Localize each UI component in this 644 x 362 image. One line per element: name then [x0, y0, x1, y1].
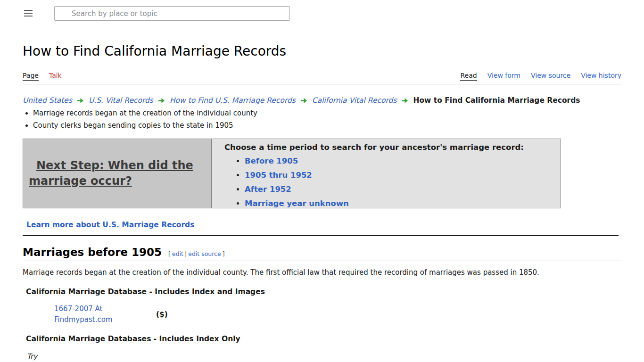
- breadcrumb-link-us-vital-records[interactable]: U.S. Vital Records: [89, 96, 153, 105]
- view-tabs: Read View form View source View history: [460, 72, 621, 81]
- option-after-1952-link[interactable]: After 1952: [245, 185, 291, 194]
- learn-more-link[interactable]: Learn more about U.S. Marriage Records: [26, 221, 194, 229]
- intro-bullet-list: Marriage records began at the creation o…: [33, 109, 644, 130]
- index-only-heading: California Marriage Databases - Includes…: [26, 335, 644, 343]
- breadcrumb-arrow-icon: [402, 98, 408, 103]
- edit-links: [edit|edit source]: [168, 250, 224, 257]
- tab-bar: Page Talk Read View form View source Vie…: [23, 72, 621, 84]
- edit-link[interactable]: edit: [172, 250, 183, 257]
- intro-bullet: Marriage records began at the creation o…: [33, 109, 644, 117]
- breadcrumb-arrow-icon: [301, 98, 307, 103]
- findmypast-link[interactable]: 1667-2007 At Findmypast.com: [54, 304, 115, 325]
- breadcrumb-arrow-icon: [77, 98, 83, 103]
- breadcrumb-link-united-states[interactable]: United States: [23, 96, 72, 105]
- breadcrumb-link-us-marriage-records[interactable]: How to Find U.S. Marriage Records: [170, 96, 296, 105]
- option-before-1905-link[interactable]: Before 1905: [245, 156, 298, 165]
- list-item: Marriage year unknown: [245, 199, 552, 208]
- search-input[interactable]: [54, 6, 290, 21]
- tab-read[interactable]: Read: [460, 72, 477, 81]
- cost-indicator: ($): [156, 310, 168, 319]
- tab-view-form[interactable]: View form: [487, 72, 520, 81]
- list-item: 1905 thru 1952: [245, 171, 552, 180]
- try-first-label: Try 1st:: [27, 351, 49, 362]
- next-step-box: Next Step: When did the marriage occur? …: [23, 139, 561, 208]
- time-period-options: Before 1905 1905 thru 1952 After 1952 Ma…: [245, 156, 552, 208]
- tab-page[interactable]: Page: [23, 72, 39, 81]
- time-period-prompt: Choose a time period to search for your …: [224, 143, 552, 152]
- divider: |: [185, 250, 187, 257]
- bracket: [: [168, 250, 171, 257]
- breadcrumb: United States U.S. Vital Records How to …: [23, 96, 621, 105]
- list-item: Before 1905: [245, 156, 552, 165]
- list-item: After 1952: [245, 185, 552, 194]
- section-divider: [23, 235, 619, 236]
- top-bar: [0, 0, 644, 26]
- next-step-right-cell: Choose a time period to search for your …: [212, 139, 561, 208]
- section-heading: Marriages before 1905: [23, 246, 162, 258]
- next-step-heading-link[interactable]: Next Step: When did the marriage occur?: [29, 158, 206, 189]
- findmypast-row: 1667-2007 At Findmypast.com ($): [54, 304, 644, 325]
- breadcrumb-link-california-vital-records[interactable]: California Vital Records: [312, 96, 397, 105]
- section-heading-row: Marriages before 1905 [edit|edit source]: [23, 246, 621, 261]
- breadcrumb-current-page: How to Find California Marriage Records: [413, 96, 580, 105]
- intro-bullet: County clerks began sending copies to th…: [33, 121, 644, 130]
- section-paragraph: Marriage records began at the creation o…: [23, 268, 621, 278]
- namespace-tabs: Page Talk: [23, 72, 62, 81]
- breadcrumb-arrow-icon: [158, 98, 165, 103]
- edit-source-link[interactable]: edit source: [188, 250, 221, 257]
- index-and-images-heading: California Marriage Database - Includes …: [26, 288, 644, 296]
- option-1905-thru-1952-link[interactable]: 1905 thru 1952: [245, 171, 312, 180]
- tab-view-history[interactable]: View history: [581, 72, 621, 81]
- tab-talk[interactable]: Talk: [49, 72, 62, 81]
- menu-icon[interactable]: [24, 10, 33, 16]
- option-year-unknown-link[interactable]: Marriage year unknown: [245, 199, 349, 208]
- page-title: How to Find California Marriage Records: [23, 43, 621, 59]
- bracket: ]: [223, 250, 225, 257]
- next-step-left-cell: Next Step: When did the marriage occur?: [23, 139, 212, 208]
- tab-view-source[interactable]: View source: [531, 72, 570, 81]
